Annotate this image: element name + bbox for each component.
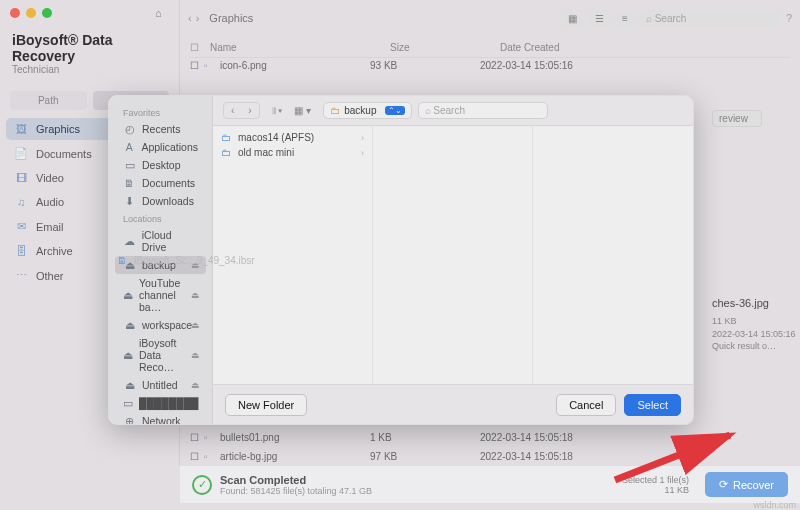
- eject-icon[interactable]: ⏏: [191, 290, 200, 300]
- fav-recents[interactable]: ◴Recents: [115, 120, 206, 138]
- dialog-sidebar: Favorites ◴RecentsAApplications▭Desktop🗎…: [109, 96, 213, 424]
- dialog-back[interactable]: ‹: [224, 103, 241, 118]
- preview-src: Quick result o…: [712, 340, 800, 353]
- col-date[interactable]: Date Created: [500, 42, 790, 53]
- drive-icon: ⏏: [123, 259, 136, 271]
- selected-count: Selected 1 file(s): [622, 475, 689, 485]
- file-icon: ▫: [204, 451, 220, 462]
- dialog-search-input[interactable]: ⌕ Search: [418, 102, 548, 119]
- save-dialog: Favorites ◴RecentsAApplications▭Desktop🗎…: [108, 95, 694, 425]
- sort-button[interactable]: ≡: [616, 10, 634, 27]
- preview-size: 11 KB: [712, 315, 800, 328]
- table-header: ☐ Name Size Date Created: [190, 38, 790, 58]
- drive-icon: ⏏: [123, 289, 133, 301]
- brand-subtitle: Technician: [0, 64, 179, 85]
- chevron-updown-icon: ⌃⌄: [385, 106, 405, 115]
- view-list[interactable]: ☰: [589, 10, 610, 27]
- sidebar-icon: 🗎: [123, 177, 136, 189]
- col-size[interactable]: Size: [390, 42, 500, 53]
- search-input[interactable]: ⌕ Search: [640, 10, 780, 27]
- tab-path[interactable]: Path: [10, 91, 87, 110]
- row-checkbox[interactable]: ☐: [190, 432, 204, 443]
- select-button[interactable]: Select: [624, 394, 681, 416]
- selected-size: 11 KB: [622, 485, 689, 495]
- fav-documents[interactable]: 🗎Documents: [115, 174, 206, 192]
- dialog-forward[interactable]: ›: [241, 103, 258, 118]
- loc-item[interactable]: ⏏Untitled⏏: [115, 376, 206, 394]
- preview-filename: ches-36.jpg: [712, 297, 800, 309]
- drive-icon: ▭: [123, 397, 133, 409]
- preview-date: 2022-03-14 15:05:16: [712, 328, 800, 341]
- browser-item[interactable]: 🗀old mac mini›: [213, 145, 372, 160]
- drive-icon: ⏏: [123, 319, 136, 331]
- row-checkbox[interactable]: ☐: [190, 60, 204, 71]
- new-folder-button[interactable]: New Folder: [225, 394, 307, 416]
- location-title: Graphics: [209, 12, 253, 24]
- cancel-button[interactable]: Cancel: [556, 394, 616, 416]
- category-icon: 🎞: [14, 172, 28, 184]
- loc-item[interactable]: ⏏backup⏏: [115, 256, 206, 274]
- category-icon: 🖼: [14, 123, 28, 135]
- loc-item[interactable]: ⊕Network: [115, 412, 206, 424]
- drive-icon: ⊕: [123, 415, 136, 424]
- nav-back[interactable]: ‹: [188, 12, 192, 24]
- category-icon: ✉: [14, 220, 28, 233]
- view-columns-icon[interactable]: ⫴ ▾: [266, 103, 289, 119]
- status-bar: ✓ Scan Completed Found: 581425 file(s) t…: [180, 465, 800, 503]
- table-row[interactable]: ☐▫article-bg.jpg97 KB2022-03-14 15:05:18: [190, 447, 790, 466]
- help-icon[interactable]: ?: [786, 12, 792, 24]
- file-icon: ▫: [204, 432, 220, 443]
- favorites-header: Favorites: [115, 104, 206, 120]
- loc-item[interactable]: ▭████████: [115, 394, 206, 412]
- loc-item[interactable]: ☁iCloud Drive: [115, 226, 206, 256]
- category-icon: 📄: [14, 147, 28, 160]
- row-checkbox[interactable]: ☐: [190, 451, 204, 462]
- preview-panel: review ches-36.jpg 11 KB 2022-03-14 15:0…: [712, 110, 800, 353]
- status-detail: Found: 581425 file(s) totaling 47.1 GB: [220, 486, 372, 496]
- category-icon: ⋯: [14, 269, 28, 282]
- watermark: wsldn.com: [753, 500, 796, 510]
- status-title: Scan Completed: [220, 474, 372, 486]
- nav-forward[interactable]: ›: [196, 12, 200, 24]
- browser-item[interactable]: 🗀macos14 (APFS)›: [213, 130, 372, 145]
- folder-icon: 🗀: [221, 132, 233, 143]
- chevron-right-icon: ›: [361, 148, 364, 158]
- drive-icon: ⏏: [123, 379, 136, 391]
- loc-item[interactable]: ⏏workspace⏏: [115, 316, 206, 334]
- locations-header: Locations: [115, 210, 206, 226]
- preview-button[interactable]: review: [712, 110, 762, 127]
- eject-icon[interactable]: ⏏: [191, 260, 200, 270]
- file-icon: ▫: [204, 60, 220, 71]
- chevron-right-icon: ›: [361, 133, 364, 143]
- eject-icon[interactable]: ⏏: [191, 320, 200, 330]
- drive-icon: ☁: [123, 235, 136, 247]
- view-group-icon[interactable]: ▦ ▾: [288, 103, 317, 119]
- checkmark-icon: ✓: [192, 475, 212, 495]
- sidebar-icon: A: [123, 141, 135, 153]
- brand-title: iBoysoft® Data Recovery: [0, 28, 179, 64]
- sidebar-icon: ▭: [123, 159, 136, 171]
- fav-desktop[interactable]: ▭Desktop: [115, 156, 206, 174]
- category-icon: ♫: [14, 196, 28, 208]
- view-grid[interactable]: ▦: [562, 10, 583, 27]
- folder-icon: 🗀: [221, 147, 233, 158]
- table-row[interactable]: ☐▫icon-6.png93 KB2022-03-14 15:05:16: [190, 56, 790, 75]
- refresh-icon: ⟳: [719, 478, 728, 491]
- eject-icon[interactable]: ⏏: [191, 350, 200, 360]
- eject-icon[interactable]: ⏏: [191, 380, 200, 390]
- fav-downloads[interactable]: ⬇Downloads: [115, 192, 206, 210]
- drive-icon: ⏏: [123, 349, 133, 361]
- col-name[interactable]: Name: [210, 42, 390, 53]
- recover-button[interactable]: ⟳ Recover: [705, 472, 788, 497]
- fav-applications[interactable]: AApplications: [115, 138, 206, 156]
- table-row[interactable]: ☐▫bullets01.png1 KB2022-03-14 15:05:18: [190, 428, 790, 447]
- sidebar-icon: ◴: [123, 123, 136, 135]
- category-icon: 🗄: [14, 245, 28, 257]
- loc-item[interactable]: ⏏YouTube channel ba…⏏: [115, 274, 206, 316]
- folder-icon: 🗀: [330, 105, 340, 116]
- loc-item[interactable]: ⏏iBoysoft Data Reco…⏏: [115, 334, 206, 376]
- sidebar-icon: ⬇: [123, 195, 136, 207]
- dialog-location-popup[interactable]: 🗀 backup ⌃⌄: [323, 102, 411, 119]
- main-header: ‹ › Graphics ▦ ☰ ≡ ⌕ Search ?: [180, 0, 800, 36]
